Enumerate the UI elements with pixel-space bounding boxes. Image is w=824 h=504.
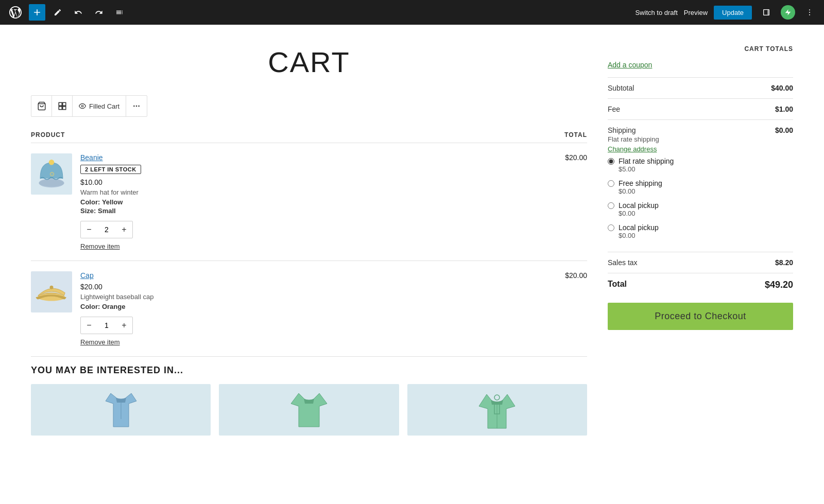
grid-icon — [58, 101, 67, 111]
cap-qty-increase[interactable]: + — [116, 317, 132, 334]
sidebar-area: CART TOTALS Add a coupon Subtotal $40.00… — [608, 45, 793, 436]
sales-tax-row: Sales tax $8.20 — [608, 252, 793, 273]
polo-shirt-illustration — [100, 388, 142, 432]
shipping-option-2: Free shipping $0.00 — [608, 179, 674, 195]
beanie-stock-badge: 2 LEFT IN STOCK — [80, 165, 141, 174]
svg-rect-5 — [62, 102, 65, 106]
beanie-product-name[interactable]: Beanie — [80, 153, 501, 162]
product-column-header: PRODUCT — [31, 127, 501, 143]
shipping-option-3-name: Local pickup — [619, 201, 659, 210]
wp-toolbar: Switch to draft Preview Update — [0, 0, 824, 25]
more-options-button[interactable] — [801, 4, 818, 21]
svg-rect-7 — [62, 107, 65, 110]
filled-cart-button[interactable]: Filled Cart — [73, 96, 126, 116]
recommended-item-3[interactable] — [407, 384, 587, 436]
cap-illustration — [33, 274, 70, 310]
notifications-button[interactable] — [781, 5, 795, 20]
redo-icon — [95, 8, 103, 16]
subtotal-label: Subtotal — [608, 84, 634, 92]
shipping-option-3-price: $0.00 — [619, 210, 659, 217]
add-coupon-link[interactable]: Add a coupon — [608, 61, 793, 69]
grid-icon-button[interactable] — [52, 96, 73, 116]
more-block-options-button[interactable] — [126, 96, 147, 116]
cap-qty-decrease[interactable]: − — [81, 317, 97, 334]
more-icon — [805, 8, 814, 16]
shipping-option-1-price: $5.00 — [619, 165, 674, 173]
cap-product-name[interactable]: Cap — [80, 271, 501, 280]
redo-button[interactable] — [91, 4, 107, 21]
svg-point-10 — [136, 106, 138, 107]
shipping-radio-2[interactable] — [608, 180, 614, 187]
beanie-qty-control: − + — [80, 221, 133, 238]
block-toolbar: Filled Cart — [31, 95, 147, 117]
preview-button[interactable]: Preview — [684, 9, 708, 16]
subtotal-row: Subtotal $40.00 — [608, 77, 793, 98]
shipping-option-1-name: Flat rate shipping — [619, 157, 674, 165]
fee-row: Fee $1.00 — [608, 98, 793, 119]
recommended-item-2[interactable] — [219, 384, 399, 436]
shipping-option-1: Flat rate shipping $5.00 — [608, 157, 674, 173]
cap-remove-link[interactable]: Remove item — [80, 338, 501, 346]
pencil-icon — [54, 8, 62, 16]
shipping-options: Flat rate shipping $5.00 Free shipping $… — [608, 157, 674, 239]
shipping-radio-3[interactable] — [608, 202, 614, 209]
wp-logo[interactable] — [6, 3, 25, 22]
beanie-product-info: Beanie 2 LEFT IN STOCK $10.00 Warm hat f… — [80, 153, 501, 250]
proceed-to-checkout-button[interactable]: Proceed to Checkout — [608, 303, 793, 330]
shipping-radio-4[interactable] — [608, 224, 614, 231]
sidebar-toggle-button[interactable] — [758, 4, 775, 21]
beanie-qty-decrease[interactable]: − — [81, 221, 97, 238]
svg-point-20 — [494, 395, 500, 400]
svg-point-8 — [81, 105, 83, 107]
svg-point-14 — [39, 180, 64, 187]
lightning-icon — [784, 9, 792, 16]
change-address-link[interactable]: Change address — [608, 145, 674, 153]
sidebar-icon — [762, 8, 770, 16]
wordpress-icon — [9, 6, 22, 19]
cap-qty-input[interactable] — [97, 321, 116, 329]
cap-product-desc: Lightweight baseball cap — [80, 293, 501, 301]
beanie-remove-link[interactable]: Remove item — [80, 242, 501, 250]
shipping-option-4: Local pickup $0.00 — [608, 223, 674, 239]
beanie-product-image: ⊙ — [31, 153, 72, 195]
shipping-option-4-name: Local pickup — [619, 223, 659, 232]
subtotal-value: $40.00 — [771, 84, 793, 92]
total-value: $49.20 — [765, 280, 793, 290]
recommended-title: YOU MAY BE INTERESTED IN... — [31, 365, 587, 376]
add-block-button[interactable] — [29, 4, 45, 21]
svg-point-9 — [133, 106, 135, 107]
cart-row-beanie: ⊙ Beanie 2 LEFT IN STOCK $10.00 Warm hat… — [31, 143, 587, 261]
svg-text:⊙: ⊙ — [49, 170, 55, 178]
sales-tax-label: Sales tax — [608, 258, 638, 267]
plus-icon — [32, 7, 42, 18]
toolbar-right: Switch to draft Preview Update — [635, 4, 818, 21]
svg-rect-4 — [59, 102, 62, 106]
ellipsis-icon — [132, 102, 141, 110]
undo-button[interactable] — [70, 4, 87, 21]
total-row: Total $49.20 — [608, 273, 793, 297]
cap-qty-control: − + — [80, 317, 133, 334]
list-view-icon — [115, 8, 124, 16]
svg-point-1 — [809, 12, 810, 13]
cap-product-info: Cap $20.00 Lightweight baseball cap Colo… — [80, 271, 501, 346]
svg-rect-6 — [59, 107, 62, 110]
beanie-color: Color: Yellow — [80, 198, 501, 206]
recommended-item-1[interactable] — [31, 384, 211, 436]
cap-product-image — [31, 271, 72, 312]
cart-icon-button[interactable] — [31, 96, 52, 116]
beanie-qty-input[interactable] — [97, 225, 116, 234]
shipping-option-4-price: $0.00 — [619, 232, 659, 239]
recommended-items — [31, 384, 587, 436]
switch-to-draft-button[interactable]: Switch to draft — [635, 9, 677, 16]
cap-product-price: $20.00 — [80, 283, 501, 291]
flat-rate-label: Flat rate shipping — [608, 135, 674, 143]
beanie-qty-increase[interactable]: + — [116, 221, 132, 238]
shipping-radio-1[interactable] — [608, 158, 614, 165]
cart-row-cap: Cap $20.00 Lightweight baseball cap Colo… — [31, 261, 587, 357]
edit-button[interactable] — [49, 4, 66, 21]
list-view-button[interactable] — [111, 4, 128, 21]
update-button[interactable]: Update — [714, 6, 752, 20]
filled-cart-label: Filled Cart — [89, 102, 119, 110]
cart-totals: CART TOTALS Add a coupon Subtotal $40.00… — [608, 45, 793, 330]
hoodie-illustration — [476, 388, 518, 432]
